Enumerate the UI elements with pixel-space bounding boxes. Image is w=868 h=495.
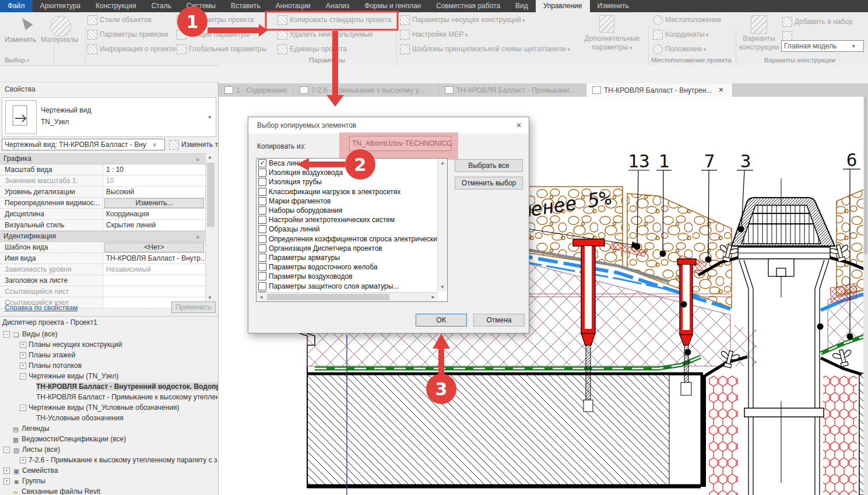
list-item[interactable]: Изоляция трубы [256, 177, 447, 187]
tab-architecture[interactable]: Архитектура [33, 0, 89, 12]
additional-settings-button[interactable]: Дополнительные параметры [582, 34, 642, 52]
checkbox[interactable] [258, 254, 266, 262]
section-identity[interactable]: Идентификация« [0, 231, 205, 242]
collapse-icon[interactable]: « [196, 232, 199, 242]
checkbox[interactable] [258, 282, 266, 290]
view-tab-sheet-contents[interactable]: 1 - Содержание [219, 83, 294, 97]
tree-item-sheets[interactable]: −▧Листы (все) [0, 444, 218, 455]
checkbox[interactable] [258, 272, 266, 280]
checkbox[interactable] [258, 225, 266, 233]
tree-item[interactable]: +Планы потолков [0, 360, 218, 371]
properties-scrollbar[interactable]: ▲ ▼ [205, 153, 216, 301]
tab-modify[interactable]: Изменить [590, 0, 637, 12]
purge-unused-button[interactable]: Удалить неиспользуемые [290, 30, 373, 38]
list-item[interactable]: Марки фрагментов [256, 196, 447, 206]
add-to-set-button[interactable]: Добавить в набор [795, 17, 853, 26]
tab-collaborate[interactable]: Совместная работа [428, 0, 508, 12]
view-tab-drafting-1[interactable]: ТН-КРОВЛЯ Балласт - Примыкани... [439, 83, 586, 97]
tab-annotate[interactable]: Аннотации [268, 0, 318, 12]
expand-plus-icon[interactable]: + [3, 468, 10, 474]
tab-analyze[interactable]: Анализ [318, 0, 357, 12]
property-row[interactable]: Уровень детализацииВысокий [0, 187, 205, 198]
expand-plus-icon[interactable]: + [3, 478, 10, 485]
list-item[interactable]: Определения коэффициентов спроса электри… [256, 234, 447, 244]
close-icon[interactable]: ✕ [718, 86, 723, 94]
location-button[interactable]: Местоположение [665, 16, 721, 24]
expand-plus-icon[interactable]: + [20, 342, 26, 348]
collapse-minus-icon[interactable]: − [3, 447, 10, 453]
scroll-up-icon[interactable]: ▲ [440, 160, 445, 166]
property-row[interactable]: Масштаб вида1 : 10 [0, 164, 205, 175]
checkbox[interactable] [258, 263, 266, 271]
tree-item[interactable]: −Чертежные виды (TN_Узел) [0, 371, 218, 381]
tree-item-views[interactable]: −❏Виды (все) [0, 329, 218, 339]
property-row[interactable]: Имя видаТН-КРОВЛЯ Балласт - Внутр... [0, 253, 205, 264]
tab-steel[interactable]: Сталь [144, 0, 179, 12]
list-item[interactable]: Параметры защитного слоя арматуры... [256, 281, 447, 290]
list-item[interactable]: ✓Веса линий [256, 159, 447, 168]
checkbox[interactable] [258, 235, 266, 243]
tree-item-families[interactable]: +▣Семейства [0, 465, 218, 476]
properties-help-link[interactable]: Справка по свойствам [5, 304, 78, 312]
tab-massing[interactable]: Формы и генплан [357, 0, 428, 12]
view-tab-sheet-726[interactable]: 7-2.6 - Примыкание к высокому у... [294, 83, 439, 97]
tree-item[interactable]: +7-2.6 - Примыкание к высокому утепленно… [0, 455, 218, 465]
scroll-down-icon[interactable]: ▼ [208, 295, 212, 300]
property-row[interactable]: Заголовок на листе [0, 275, 205, 286]
tree-item-legends[interactable]: ▤Легенды [0, 423, 218, 434]
cancel-button[interactable]: Отмена [473, 314, 525, 327]
tab-view[interactable]: Вид [508, 0, 536, 12]
tab-file[interactable]: Файл [0, 0, 33, 12]
expand-plus-icon[interactable]: + [20, 363, 26, 369]
snaps-button[interactable]: Параметры привязки [100, 30, 168, 38]
select-all-button[interactable]: Выбрать все [455, 159, 523, 172]
tree-item-schedules[interactable]: ▦Ведомости/Спецификации (все) [0, 434, 218, 444]
checkbox[interactable] [258, 188, 266, 196]
object-styles-button[interactable]: Стили объектов [100, 16, 152, 24]
collapse-icon[interactable]: « [196, 155, 199, 164]
list-item[interactable]: Образцы линий [256, 224, 447, 234]
ok-button[interactable]: OK [416, 314, 467, 327]
project-units-button[interactable]: Единицы проекта [290, 45, 347, 53]
checkbox[interactable] [258, 168, 266, 177]
expand-plus-icon[interactable]: + [20, 352, 26, 359]
list-item[interactable]: Параметры воздуховодов [256, 272, 447, 281]
tab-systems[interactable]: Системы [179, 0, 223, 12]
coordinates-button[interactable]: Координаты [665, 30, 709, 38]
property-row[interactable]: ДисциплинаКоординация [0, 209, 205, 220]
tree-item-groups[interactable]: +◙Группы [0, 476, 218, 486]
scroll-up-icon[interactable]: ▲ [208, 155, 212, 160]
view-selector-combo[interactable]: Чертежный вид: ТН-КРОВЛЯ Балласт - Вну [2, 139, 165, 150]
property-row[interactable]: Визуальный стильСкрытие линий [0, 220, 205, 231]
type-selector[interactable]: Чертежный вид TN_Узел ▾ [2, 97, 216, 137]
collapse-minus-icon[interactable]: − [3, 331, 10, 338]
checkbox[interactable] [258, 244, 266, 252]
tree-item-links[interactable]: ∞Связанные файлы Revit [0, 486, 218, 495]
collapse-minus-icon[interactable]: − [20, 405, 26, 411]
tree-item[interactable]: ТН-КРОВЛЯ Балласт - Примыкание к высоком… [0, 392, 218, 402]
tree-item[interactable]: +Планы несущих конструкций [0, 339, 218, 350]
scroll-left-icon[interactable]: ◄ [259, 294, 263, 300]
project-info-button[interactable]: Информация о проекте [100, 45, 176, 53]
scroll-right-icon[interactable]: ► [431, 294, 435, 300]
apply-button[interactable]: Применить [171, 301, 216, 313]
tree-item[interactable]: +Планы этажей [0, 350, 218, 360]
tab-insert[interactable]: Вставить [223, 0, 268, 12]
list-item[interactable]: Настройки электротехнических систем [256, 215, 447, 224]
property-row[interactable]: Шаблон вида<Нет> [0, 242, 205, 253]
checkbox[interactable] [258, 216, 266, 224]
list-item[interactable]: Параметры водосточного желоба [256, 262, 447, 272]
project-parameters-button[interactable]: Параметры проекта [189, 16, 254, 24]
scroll-down-icon[interactable]: ▼ [440, 285, 445, 290]
list-item[interactable]: Организация Диспетчера проектов [256, 244, 447, 253]
tree-item-active-view[interactable]: ТН-КРОВЛЯ Балласт - Внутренний водосток.… [0, 381, 218, 392]
canvas-scrollbar[interactable] [863, 97, 868, 495]
close-icon[interactable]: ✕ [514, 120, 524, 131]
copy-items-list[interactable]: ✓Веса линий Изоляция воздуховода Изоляци… [256, 158, 448, 302]
materials-button[interactable]: Материалы [41, 36, 78, 44]
tab-manage[interactable]: Управление [536, 0, 590, 12]
view-template-button[interactable]: <Нет> [104, 243, 204, 252]
property-row[interactable]: Переопределения видимос...Изменить... [0, 198, 205, 209]
deselect-button[interactable]: Отменить выбор [455, 177, 523, 189]
panel-schedule-templates-button[interactable]: Шаблоны принципиальной схемы щита/панели [412, 45, 570, 53]
